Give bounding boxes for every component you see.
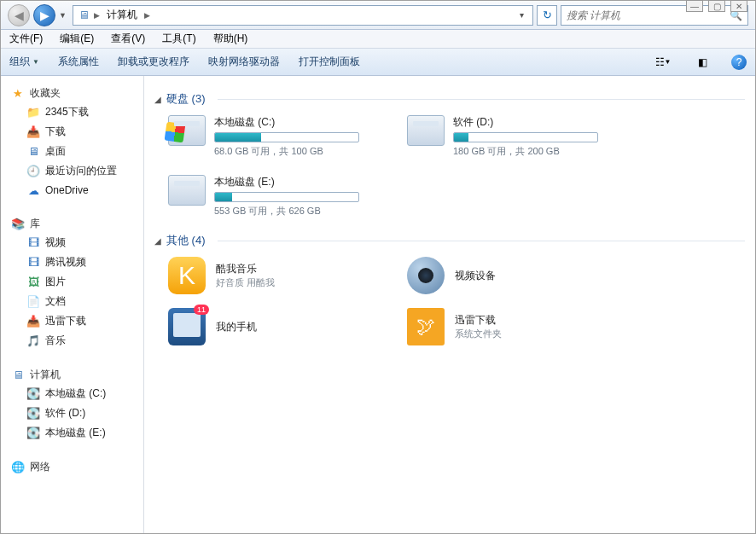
sidebar-item-desktop[interactable]: 🖥桌面	[4, 142, 140, 161]
uninstall-programs-button[interactable]: 卸载或更改程序	[118, 55, 189, 69]
drive-icon	[168, 175, 206, 206]
drive-icon	[168, 115, 206, 146]
preview-pane-button[interactable]: ◧	[692, 54, 712, 71]
sidebar-item-documents[interactable]: 📄文档	[4, 292, 140, 311]
sidebar-item-drive-e[interactable]: 💽本地磁盘 (E:)	[4, 423, 140, 443]
xunlei-icon	[407, 308, 445, 345]
library-icon: 📚	[11, 218, 25, 231]
favorites-label: 收藏夹	[30, 86, 61, 101]
collapse-icon: ◢	[154, 236, 161, 246]
chevron-right-icon: ▶	[144, 11, 150, 20]
drive-grid: 本地磁盘 (C:) 68.0 GB 可用，共 100 GB 软件 (D:) 18…	[154, 115, 745, 218]
chevron-right-icon: ▶	[94, 11, 100, 20]
drive-name: 本地磁盘 (C:)	[214, 115, 373, 130]
favorites-header[interactable]: ★ 收藏夹	[4, 84, 140, 102]
address-bar[interactable]: 🖥 ▶ 计算机 ▶ ▾	[73, 5, 533, 26]
sidebar-item-music[interactable]: 🎵音乐	[4, 331, 140, 351]
menu-edit[interactable]: 编辑(E)	[56, 30, 97, 48]
maximize-button[interactable]: ▢	[708, 0, 725, 12]
drive-stats: 553 GB 可用，共 626 GB	[214, 205, 373, 218]
video-icon: 🎞	[26, 236, 40, 250]
sidebar-item-downloads[interactable]: 📥下载	[4, 122, 140, 142]
picture-icon: 🖼	[26, 276, 40, 289]
recent-icon: 🕘	[26, 165, 40, 178]
sidebar-item-videos[interactable]: 🎞视频	[4, 233, 140, 252]
category-hdd-header[interactable]: ◢ 硬盘 (3)	[154, 91, 745, 107]
command-toolbar: 组织▼ 系统属性 卸载或更改程序 映射网络驱动器 打开控制面板 ☷ ▼ ◧ ?	[1, 49, 755, 76]
kuwo-icon: K	[168, 257, 206, 294]
category-other-label: 其他 (4)	[166, 233, 206, 248]
refresh-button[interactable]: ↻	[537, 5, 557, 26]
forward-button[interactable]: ▶	[33, 4, 55, 26]
libraries-header[interactable]: 📚 库	[4, 215, 140, 233]
sidebar-item-drive-d[interactable]: 💽软件 (D:)	[4, 403, 140, 423]
drive-name: 本地磁盘 (E:)	[214, 175, 373, 189]
camera-icon	[407, 257, 445, 294]
libraries-group: 📚 库 🎞视频 🎞腾讯视频 🖼图片 📄文档 📥迅雷下载 🎵音乐	[4, 215, 140, 351]
onedrive-icon: ☁	[26, 183, 40, 197]
computer-icon: 🖥	[77, 9, 90, 22]
drive-name: 软件 (D:)	[453, 115, 612, 130]
history-dropdown[interactable]: ▼	[59, 11, 69, 20]
navigation-pane: ★ 收藏夹 📁2345下载 📥下载 🖥桌面 🕘最近访问的位置 ☁OneDrive…	[1, 76, 144, 533]
category-hdd-label: 硬盘 (3)	[166, 91, 206, 107]
menu-file[interactable]: 文件(F)	[6, 30, 46, 48]
drive-usage-bar	[214, 192, 359, 202]
breadcrumb-computer[interactable]: 计算机	[103, 8, 141, 22]
drive-icon: 💽	[26, 387, 40, 401]
menu-help[interactable]: 帮助(H)	[210, 30, 252, 48]
item-name: 酷我音乐	[216, 262, 275, 276]
navigation-bar: ◀ ▶ ▼ 🖥 ▶ 计算机 ▶ ▾ ↻ 🔍	[1, 1, 755, 30]
other-grid: K 酷我音乐 好音质 用酷我 视频设备 我的手机	[154, 257, 745, 345]
desktop-icon: 🖥	[26, 145, 40, 159]
address-dropdown[interactable]: ▾	[514, 10, 529, 20]
network-icon: 🌐	[11, 461, 25, 474]
menu-view[interactable]: 查看(V)	[108, 30, 148, 48]
drive-stats: 68.0 GB 可用，共 100 GB	[214, 145, 373, 158]
sidebar-item-recent[interactable]: 🕘最近访问的位置	[4, 161, 140, 181]
map-network-drive-button[interactable]: 映射网络驱动器	[208, 55, 280, 69]
star-icon: ★	[11, 87, 25, 101]
document-icon: 📄	[26, 295, 40, 309]
drive-icon: 💽	[26, 427, 40, 440]
computer-icon: 🖥	[11, 369, 25, 382]
item-my-phone[interactable]: 我的手机	[168, 308, 373, 345]
sidebar-item-onedrive[interactable]: ☁OneDrive	[4, 181, 140, 200]
menu-tools[interactable]: 工具(T)	[159, 30, 199, 48]
collapse-icon: ◢	[154, 95, 161, 104]
sidebar-item-tencent-video[interactable]: 🎞腾讯视频	[4, 252, 140, 272]
window-controls: — ▢ ✕	[686, 0, 747, 12]
drive-e[interactable]: 本地磁盘 (E:) 553 GB 可用，共 626 GB	[168, 175, 373, 218]
sidebar-item-pictures[interactable]: 🖼图片	[4, 272, 140, 292]
item-subtitle: 系统文件夹	[455, 328, 502, 340]
network-header[interactable]: 🌐 网络	[4, 458, 140, 476]
computer-group: 🖥 计算机 💽本地磁盘 (C:) 💽软件 (D:) 💽本地磁盘 (E:)	[4, 366, 140, 443]
drive-icon	[407, 115, 445, 146]
computer-label: 计算机	[30, 368, 61, 382]
item-kuwo-music[interactable]: K 酷我音乐 好音质 用酷我	[168, 257, 373, 294]
category-other-header[interactable]: ◢ 其他 (4)	[154, 233, 745, 248]
drive-c[interactable]: 本地磁盘 (C:) 68.0 GB 可用，共 100 GB	[168, 115, 373, 158]
sidebar-item-xunlei[interactable]: 📥迅雷下载	[4, 311, 140, 331]
folder-icon: 📁	[26, 106, 40, 119]
download-icon: 📥	[26, 315, 40, 328]
explorer-window: — ▢ ✕ ◀ ▶ ▼ 🖥 ▶ 计算机 ▶ ▾ ↻ 🔍 文件(F) 编辑(E) …	[0, 0, 756, 534]
open-control-panel-button[interactable]: 打开控制面板	[299, 55, 360, 69]
minimize-button[interactable]: —	[686, 0, 703, 12]
item-video-device[interactable]: 视频设备	[407, 257, 612, 294]
drive-icon: 💽	[26, 407, 40, 421]
item-name: 我的手机	[216, 320, 257, 334]
sidebar-item-2345-downloads[interactable]: 📁2345下载	[4, 102, 140, 122]
back-button[interactable]: ◀	[8, 4, 30, 26]
view-options-button[interactable]: ☷ ▼	[653, 54, 673, 71]
close-button[interactable]: ✕	[730, 0, 747, 12]
help-button[interactable]: ?	[731, 55, 747, 70]
computer-header[interactable]: 🖥 计算机	[4, 366, 140, 384]
organize-button[interactable]: 组织▼	[9, 55, 39, 69]
libraries-label: 库	[30, 217, 40, 231]
video-icon: 🎞	[26, 256, 40, 270]
system-properties-button[interactable]: 系统属性	[58, 55, 99, 69]
sidebar-item-drive-c[interactable]: 💽本地磁盘 (C:)	[4, 384, 140, 403]
item-xunlei-downloads[interactable]: 迅雷下载 系统文件夹	[407, 308, 612, 345]
drive-d[interactable]: 软件 (D:) 180 GB 可用，共 200 GB	[407, 115, 612, 158]
